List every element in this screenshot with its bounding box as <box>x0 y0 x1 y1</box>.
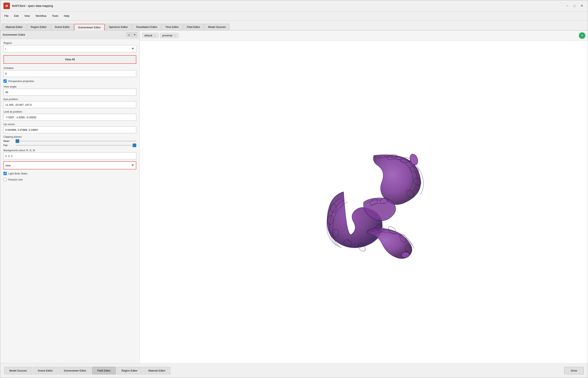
tab-time-editor[interactable]: Time Editor <box>162 24 183 30</box>
done-button[interactable]: Done <box>564 367 584 374</box>
main-window: M MAPClient - sparc-data-mapping − □ ✕ F… <box>0 0 588 378</box>
3d-model-svg <box>293 131 435 273</box>
clipping-label: Clipping planes: <box>3 135 136 138</box>
perspective-label[interactable]: Perspective projection <box>8 80 34 83</box>
transparency-row: slow fast order_independent Transparency… <box>3 161 136 169</box>
viewer-tab-default[interactable]: default □ <box>142 33 159 38</box>
menu-help[interactable]: Help <box>61 13 72 19</box>
right-panel: default □ proximal □ + <box>140 30 588 363</box>
region-row: Region: / <box>3 41 136 52</box>
menu-edit[interactable]: Edit <box>12 13 21 19</box>
light-both-row: Light Both Sides <box>3 171 136 176</box>
viewer-tab-proximal-close[interactable]: □ <box>174 34 176 37</box>
title-bar-left: M MAPClient - sparc-data-mapping <box>3 3 53 9</box>
antialias-input[interactable] <box>3 70 136 77</box>
menu-view[interactable]: View <box>22 13 32 19</box>
light-both-label[interactable]: Light Both Sides <box>8 172 27 175</box>
bottom-tab-scene-editor[interactable]: Scene Editor <box>33 367 58 374</box>
panel-title: Sceneviewer Editor <box>3 33 25 36</box>
far-slider[interactable] <box>15 145 136 146</box>
tab-region-editor[interactable]: Region Editor <box>27 24 51 30</box>
far-thumb[interactable] <box>133 144 136 147</box>
transparency-select-wrapper: slow fast order_independent Transparency… <box>3 161 136 169</box>
close-button[interactable]: ✕ <box>579 3 585 9</box>
viewer-tab-proximal-label: proximal <box>162 34 172 37</box>
bottom-tabs: Model Sources Scene Editor Sceneviewer E… <box>4 367 170 374</box>
perturb-checkbox[interactable] <box>3 178 7 181</box>
maximize-button[interactable]: □ <box>572 3 577 9</box>
up-vector-row: Up vector: <box>3 123 136 133</box>
eye-position-label: Eye position: <box>3 98 136 101</box>
menu-bar: File Edit View Workflow Tools Help <box>0 12 588 20</box>
tab-sceneviewer-editor[interactable]: Sceneviewer Editor <box>74 24 105 30</box>
up-vector-label: Up vector: <box>3 123 136 126</box>
viewer-canvas[interactable] <box>140 41 588 363</box>
sceneviewer-editor-panel: Sceneviewer Editor ◻ ✕ Region: / View Al… <box>0 30 140 363</box>
panel-close-button[interactable]: ✕ <box>132 33 137 37</box>
near-row: Near: <box>3 139 136 143</box>
perturb-label[interactable]: Perturb Line <box>8 178 23 181</box>
add-viewer-tab-button[interactable]: + <box>579 32 585 39</box>
look-at-input[interactable] <box>3 114 136 121</box>
menu-tools[interactable]: Tools <box>50 13 61 19</box>
view-angle-row: View angle: <box>3 85 136 96</box>
up-vector-input[interactable] <box>3 126 136 133</box>
far-row: Far: <box>3 144 136 147</box>
tab-material-editor[interactable]: Material Editor <box>2 24 27 30</box>
bg-colour-input[interactable] <box>3 152 136 159</box>
title-bar: M MAPClient - sparc-data-mapping − □ ✕ <box>0 0 588 12</box>
tabs-bar: Material Editor Region Editor Scene Edit… <box>0 20 588 30</box>
view-angle-input[interactable] <box>3 89 136 96</box>
viewer-tabs: default □ proximal □ + <box>140 30 588 41</box>
bg-colour-row: Background colour R, G, B: <box>3 149 136 159</box>
window-title: MAPClient - sparc-data-mapping <box>12 4 53 7</box>
menu-file[interactable]: File <box>2 13 11 19</box>
bottom-tab-field-editor[interactable]: Field Editor <box>92 367 116 374</box>
look-at-row: Look at position: <box>3 110 136 121</box>
panel-content: Region: / View All Antialias: Perspectiv… <box>0 39 139 363</box>
eye-position-input[interactable] <box>3 101 136 108</box>
look-at-label: Look at position: <box>3 110 136 113</box>
tube-group <box>327 153 424 258</box>
panel-header-buttons: ◻ ✕ <box>127 33 137 37</box>
app-icon: M <box>3 3 10 9</box>
antialias-row: Antialias: <box>3 67 136 77</box>
perspective-row: Perspective projection <box>3 79 136 83</box>
tab-scene-editor[interactable]: Scene Editor <box>51 24 74 30</box>
view-angle-label: View angle: <box>3 85 136 88</box>
viewer-tab-default-close[interactable]: □ <box>153 34 156 37</box>
transparency-select[interactable]: slow fast order_independent <box>4 162 136 169</box>
antialias-label: Antialias: <box>3 67 136 69</box>
viewer-tab-proximal[interactable]: proximal □ <box>160 33 178 38</box>
near-thumb[interactable] <box>15 139 19 143</box>
bottom-tab-sceneviewer-editor[interactable]: Sceneviewer Editor <box>59 367 91 374</box>
tab-spectrum-editor[interactable]: Spectrum Editor <box>105 24 132 30</box>
viewer-tab-default-label: default <box>144 34 152 37</box>
bottom-tab-material-editor[interactable]: Material Editor <box>143 367 170 374</box>
title-bar-controls: − □ ✕ <box>564 3 585 9</box>
panel-restore-button[interactable]: ◻ <box>127 33 131 37</box>
bottom-bar: Model Sources Scene Editor Sceneviewer E… <box>0 363 588 378</box>
panel-header: Sceneviewer Editor ◻ ✕ <box>0 30 139 39</box>
eye-position-row: Eye position: <box>3 98 136 108</box>
bottom-tab-model-sources[interactable]: Model Sources <box>4 367 32 374</box>
tab-field-editor[interactable]: Field Editor <box>183 24 204 30</box>
content-area: Sceneviewer Editor ◻ ✕ Region: / View Al… <box>0 30 588 363</box>
clipping-section: Clipping planes: Near: Far: <box>3 135 136 147</box>
menu-workflow[interactable]: Workflow <box>33 13 49 19</box>
viewer-3d <box>140 41 588 363</box>
far-label: Far: <box>3 144 14 147</box>
near-slider[interactable] <box>15 140 136 142</box>
perspective-checkbox[interactable] <box>3 80 7 83</box>
tab-tessellation-editor[interactable]: Tessellation Editor <box>132 24 161 30</box>
perturb-row: Perturb Line <box>3 177 136 182</box>
region-label: Region: <box>3 41 136 44</box>
light-both-checkbox[interactable] <box>3 172 7 175</box>
region-select[interactable]: / <box>3 45 136 52</box>
view-all-button[interactable]: View All <box>3 55 136 64</box>
tab-model-sources[interactable]: Model Sources <box>204 24 230 30</box>
bottom-tab-region-editor[interactable]: Region Editor <box>116 367 143 374</box>
bg-colour-label: Background colour R, G, B: <box>3 149 136 152</box>
minimize-button[interactable]: − <box>564 3 570 9</box>
near-label: Near: <box>3 139 14 143</box>
